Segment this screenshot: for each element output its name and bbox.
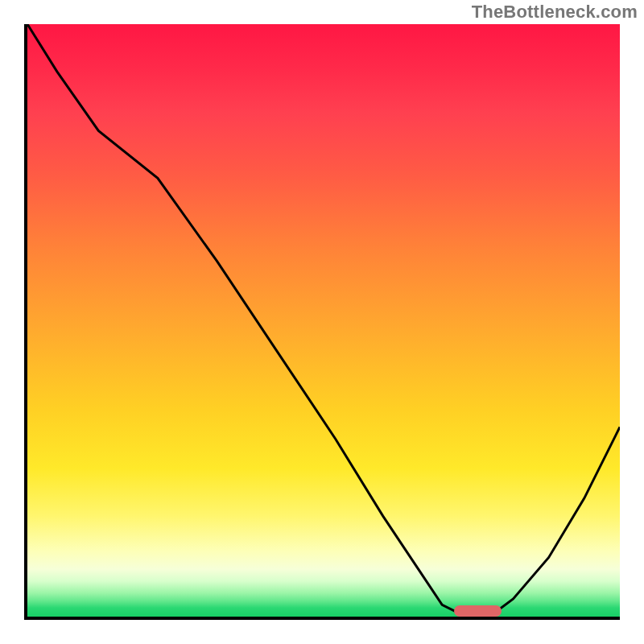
optimal-range-marker	[454, 605, 502, 617]
watermark-text: TheBottleneck.com	[472, 2, 638, 23]
bottleneck-curve-path	[27, 24, 620, 617]
chart-plot-area	[24, 24, 620, 620]
bottleneck-curve	[27, 24, 620, 617]
